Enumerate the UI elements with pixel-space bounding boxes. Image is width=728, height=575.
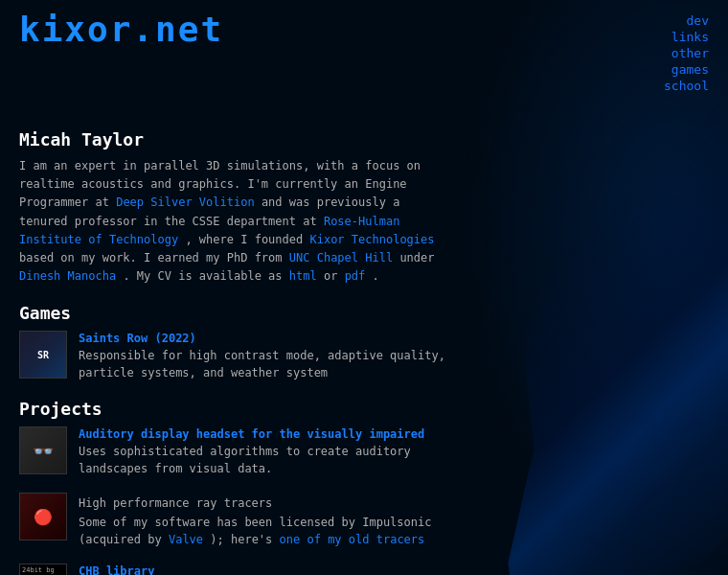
kixor-tech-link[interactable]: Kixor Technologies [309,233,434,246]
dinesh-link[interactable]: Dinesh Manocha [19,269,116,283]
raytracer-thumb [19,493,67,540]
nav-school[interactable]: school [664,79,709,93]
cv-html-link[interactable]: html [289,269,317,283]
project-chb: 24bit bg r g b CHB library Display raste… [19,564,450,575]
nav-games[interactable]: games [671,62,709,77]
saints-row-desc: Responsible for high contrast mode, adap… [79,347,450,381]
raytracer-title-text: High performance ray tracers [79,494,450,512]
bio-paragraph: I am an expert in parallel 3D simulation… [19,157,450,286]
auditory-title[interactable]: Auditory display headset for the visuall… [79,427,424,441]
right-sidebar [469,103,728,575]
deep-silver-link[interactable]: Deep Silver Volition [116,196,255,209]
cv-pdf-link[interactable]: pdf [345,269,366,283]
unc-link[interactable]: UNC Chapel Hill [289,251,393,264]
chb-title[interactable]: CHB library [79,564,154,575]
auditory-thumb [19,426,67,474]
raytracer-desc: Some of my software has been licensed by… [79,514,450,548]
old-tracers-link[interactable]: one of my old tracers [280,533,425,546]
games-section-title: Games [19,303,450,323]
nav-other[interactable]: other [671,46,709,60]
valve-link[interactable]: Valve [169,533,203,546]
chb-thumb: 24bit bg r g b [19,564,67,575]
nav-links[interactable]: links [671,30,709,44]
site-title: kixor.net [19,10,223,49]
site-header: kixor.net dev links other games school [0,0,728,103]
bio-name: Micah Taylor [19,129,450,150]
saints-row-title[interactable]: Saints Row (2022) [79,332,196,345]
project-auditory: Auditory display headset for the visuall… [19,426,450,477]
projects-section-title: Projects [19,399,450,419]
saints-row-thumb [19,331,67,379]
background-figure [469,103,728,575]
project-raytracer: High performance ray tracers Some of my … [19,493,450,548]
main-nav: dev links other games school [664,13,709,93]
auditory-desc: Uses sophisticated algorithms to create … [79,443,450,477]
nav-dev[interactable]: dev [687,13,709,28]
game-saints-row: Saints Row (2022) Responsible for high c… [19,331,450,381]
